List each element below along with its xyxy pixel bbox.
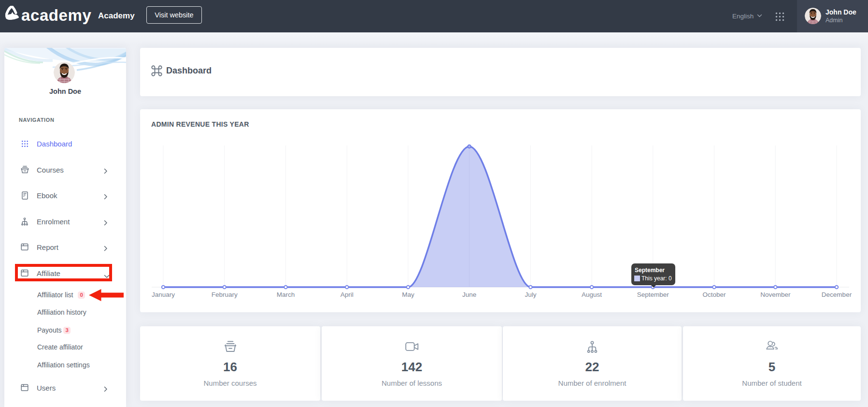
svg-text:July: July [525,291,536,298]
svg-text:September: September [637,291,669,298]
svg-text:January: January [152,291,175,298]
svg-text:May: May [402,291,414,298]
svg-text:June: June [462,291,476,298]
svg-text:March: March [277,291,295,298]
svg-text:February: February [212,291,238,298]
svg-text:August: August [582,291,602,298]
svg-text:December: December [822,291,852,298]
svg-text:November: November [760,291,791,298]
svg-text:April: April [341,291,354,298]
svg-text:October: October [702,291,726,298]
